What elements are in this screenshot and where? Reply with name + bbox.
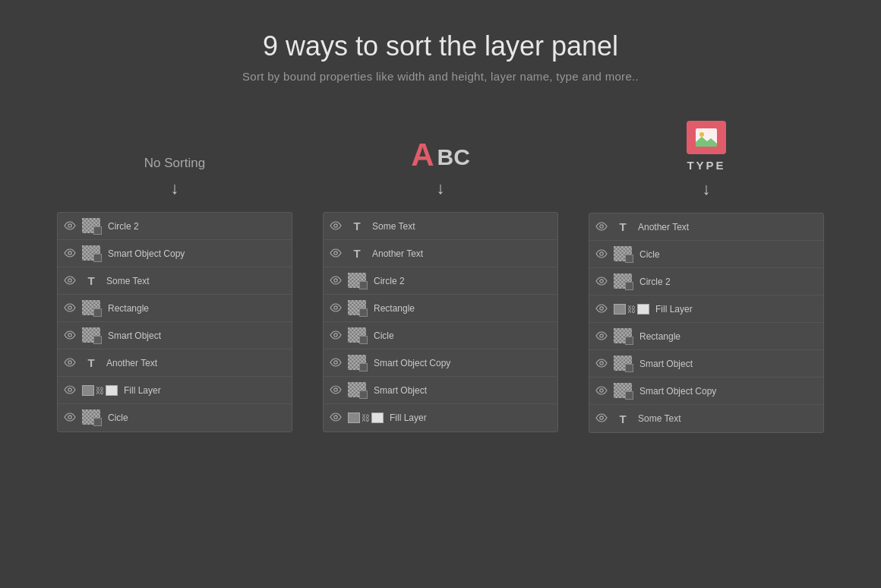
eye-icon[interactable] xyxy=(330,384,342,397)
layer-row[interactable]: Smart Object Copy xyxy=(589,378,823,405)
svg-point-3 xyxy=(68,305,71,308)
svg-point-11 xyxy=(334,305,337,308)
layer-row[interactable]: Smart Object xyxy=(589,350,823,378)
eye-icon[interactable] xyxy=(64,302,76,315)
eye-icon[interactable] xyxy=(64,411,76,425)
panel-label-area-type-sort: TYPE ↓ xyxy=(687,121,726,205)
sort-arrow: ↓ xyxy=(703,179,711,199)
layer-panel-abc-sort: T Some Text T Another Text Circle 2 Rect… xyxy=(323,212,558,432)
eye-icon[interactable] xyxy=(595,357,608,371)
svg-point-0 xyxy=(68,223,71,226)
eye-icon[interactable] xyxy=(595,248,608,261)
layer-name: Some Text xyxy=(638,413,680,424)
eye-icon[interactable] xyxy=(595,275,608,289)
layer-row[interactable]: Rectangle xyxy=(589,323,823,350)
eye-icon[interactable] xyxy=(64,356,76,370)
layer-row[interactable]: T Some Text xyxy=(589,405,823,432)
eye-icon[interactable] xyxy=(330,247,342,261)
smart-thumb xyxy=(348,300,368,317)
smart-thumb xyxy=(82,218,102,235)
layer-thumb xyxy=(614,246,633,263)
layer-row[interactable]: Cicle xyxy=(589,241,823,268)
smart-thumb xyxy=(614,328,633,345)
eye-icon[interactable] xyxy=(330,329,342,343)
eye-icon[interactable] xyxy=(330,274,342,288)
eye-icon[interactable] xyxy=(330,356,342,370)
fill-thumb: ⛓ xyxy=(82,385,118,396)
layer-row[interactable]: T Some Text xyxy=(58,267,292,295)
eye-icon[interactable] xyxy=(595,384,608,398)
layer-thumb xyxy=(348,327,368,344)
eye-icon[interactable] xyxy=(595,330,608,343)
layer-row[interactable]: Smart Object Copy xyxy=(324,349,557,377)
layer-row[interactable]: Circle 2 xyxy=(58,213,292,240)
layer-row[interactable]: Smart Object Copy xyxy=(58,240,292,267)
svg-point-8 xyxy=(334,223,337,226)
layer-thumb xyxy=(82,218,102,235)
layer-row[interactable]: T Some Text xyxy=(324,213,557,240)
layer-row[interactable]: Smart Object xyxy=(58,322,292,349)
smart-thumb xyxy=(82,245,102,262)
layer-row[interactable]: ⛓ Fill Layer xyxy=(589,296,823,323)
smart-thumb xyxy=(82,409,102,426)
svg-point-20 xyxy=(600,279,603,282)
smart-thumb xyxy=(348,355,368,371)
eye-icon[interactable] xyxy=(64,384,76,397)
smart-thumb xyxy=(348,327,368,344)
layer-thumb xyxy=(348,355,368,371)
layer-thumb xyxy=(82,327,102,344)
layer-row[interactable]: Cicle xyxy=(58,404,292,432)
sort-icon-type: TYPE xyxy=(687,121,726,172)
eye-icon[interactable] xyxy=(595,220,608,234)
svg-point-12 xyxy=(334,333,337,336)
svg-point-18 xyxy=(600,224,603,227)
layer-thumb xyxy=(348,382,368,399)
panel-type-sort: TYPE ↓ T Another Text Cicle Circle 2 xyxy=(589,121,824,433)
layer-row[interactable]: Circle 2 xyxy=(324,267,557,295)
panel-label-area-abc-sort: ABC↓ xyxy=(411,121,470,204)
eye-icon[interactable] xyxy=(64,329,76,343)
layer-row[interactable]: T Another Text xyxy=(324,240,557,267)
panel-no-sorting: No Sorting↓ Circle 2 Smart Object Copy T… xyxy=(57,121,292,433)
layer-row[interactable]: Cicle xyxy=(324,322,557,349)
layer-thumb xyxy=(348,300,368,317)
text-thumb: T xyxy=(348,219,366,234)
smart-thumb xyxy=(82,300,102,317)
layer-thumb: ⛓ xyxy=(614,304,649,315)
layer-row[interactable]: Smart Object xyxy=(324,377,557,404)
layer-row[interactable]: T Another Text xyxy=(58,349,292,377)
eye-icon[interactable] xyxy=(330,220,342,233)
eye-icon[interactable] xyxy=(64,274,76,288)
panels-container: No Sorting↓ Circle 2 Smart Object Copy T… xyxy=(0,98,881,433)
layer-name: Smart Object xyxy=(639,359,693,369)
eye-icon[interactable] xyxy=(330,302,342,315)
eye-icon[interactable] xyxy=(330,411,342,425)
sort-icon-abc: ABC xyxy=(411,139,470,171)
smart-thumb xyxy=(348,273,368,289)
layer-row[interactable]: ⛓ Fill Layer xyxy=(324,404,557,432)
layer-thumb xyxy=(614,383,633,400)
sort-arrow: ↓ xyxy=(170,179,178,198)
eye-icon[interactable] xyxy=(595,412,608,425)
layer-name: Some Text xyxy=(372,221,415,232)
layer-row[interactable]: ⛓ Fill Layer xyxy=(58,377,292,404)
smart-thumb xyxy=(82,327,102,344)
eye-icon[interactable] xyxy=(64,247,76,261)
layer-thumb xyxy=(82,245,102,262)
panel-label-area-no-sorting: No Sorting↓ xyxy=(144,121,205,204)
svg-point-4 xyxy=(68,333,71,336)
layer-thumb: ⛓ xyxy=(82,385,118,396)
layer-row[interactable]: Rectangle xyxy=(58,295,292,322)
eye-icon[interactable] xyxy=(595,302,608,316)
layer-name: Cicle xyxy=(108,413,128,423)
layer-name: Rectangle xyxy=(639,331,680,342)
layer-row[interactable]: Rectangle xyxy=(324,295,557,322)
eye-icon[interactable] xyxy=(64,220,76,233)
layer-row[interactable]: Circle 2 xyxy=(589,268,823,296)
layer-thumb xyxy=(614,273,633,290)
layer-row[interactable]: T Another Text xyxy=(589,213,823,241)
layer-thumb xyxy=(614,356,633,372)
layer-name: Rectangle xyxy=(374,303,415,314)
layer-thumb xyxy=(82,409,102,426)
layer-name: Another Text xyxy=(106,358,157,368)
